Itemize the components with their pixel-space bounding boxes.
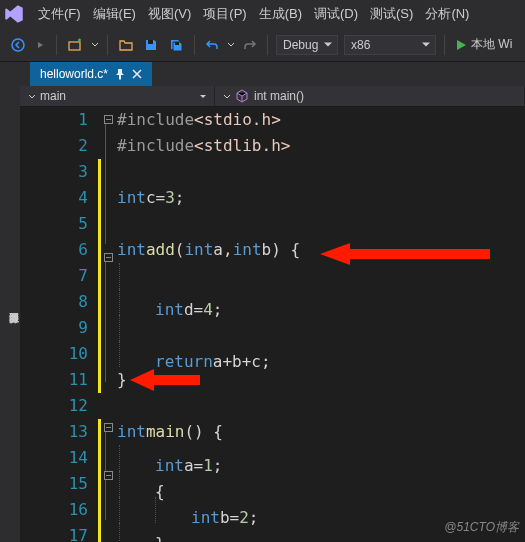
svg-rect-1 (69, 42, 80, 50)
bc-symbol[interactable]: int main() (215, 86, 525, 106)
fold-toggle[interactable] (104, 115, 113, 124)
tab-bar: helloworld.c* (20, 62, 525, 86)
platform-dropdown[interactable]: x86 (344, 35, 436, 55)
code-content[interactable]: #include <stdio.h> #include <stdlib.h> i… (115, 107, 525, 542)
menu-build[interactable]: 生成(B) (253, 1, 308, 27)
separator (56, 35, 57, 55)
breadcrumb-bar: main int main() (20, 86, 525, 107)
start-debug-button[interactable]: 本地 Wi (451, 34, 516, 55)
nav-back-button[interactable] (6, 33, 30, 57)
config-dropdown[interactable]: Debug (276, 35, 338, 55)
separator (267, 35, 268, 55)
save-all-button[interactable] (164, 33, 188, 57)
bc-scope[interactable]: main (20, 86, 215, 106)
dropdown-caret[interactable] (89, 37, 101, 53)
svg-rect-3 (175, 42, 179, 45)
save-button[interactable] (140, 34, 162, 56)
toolbar: Debug x86 本地 Wi (0, 28, 525, 62)
pin-icon[interactable] (114, 68, 126, 80)
sidebar: 服务器资源管理器 工具箱 (0, 62, 20, 542)
fold-column (101, 107, 115, 542)
watermark: @51CTO博客 (444, 519, 519, 536)
separator (107, 35, 108, 55)
new-project-button[interactable] (63, 33, 87, 57)
menu-bar: 文件(F) 编辑(E) 视图(V) 项目(P) 生成(B) 调试(D) 测试(S… (0, 0, 525, 28)
separator (194, 35, 195, 55)
line-number-gutter: 123 456 789 101112 131415 1617 (20, 107, 98, 542)
code-editor[interactable]: 123 456 789 101112 131415 1617 (20, 107, 525, 542)
undo-button[interactable] (201, 34, 223, 56)
bc-symbol-label: int main() (254, 89, 304, 103)
redo-button[interactable] (239, 34, 261, 56)
vs-logo-icon (4, 4, 24, 24)
menu-analyze[interactable]: 分析(N) (419, 1, 475, 27)
menu-edit[interactable]: 编辑(E) (87, 1, 142, 27)
menu-view[interactable]: 视图(V) (142, 1, 197, 27)
svg-rect-2 (148, 40, 153, 44)
dropdown-caret[interactable] (225, 37, 237, 53)
chevron-down-icon (200, 95, 206, 101)
tab-active[interactable]: helloworld.c* (30, 62, 152, 86)
bc-scope-label: main (40, 89, 66, 103)
separator (444, 35, 445, 55)
menu-project[interactable]: 项目(P) (197, 1, 252, 27)
menu-file[interactable]: 文件(F) (32, 1, 87, 27)
nav-fwd-button[interactable] (32, 36, 50, 54)
fold-toggle[interactable] (104, 423, 113, 432)
fold-toggle[interactable] (104, 471, 113, 480)
menu-debug[interactable]: 调试(D) (308, 1, 364, 27)
menu-test[interactable]: 测试(S) (364, 1, 419, 27)
method-icon (235, 89, 249, 103)
start-debug-label: 本地 Wi (471, 36, 512, 53)
main-area: 服务器资源管理器 工具箱 helloworld.c* main int main… (0, 62, 525, 542)
fold-toggle[interactable] (104, 253, 113, 262)
tab-filename: helloworld.c* (40, 67, 108, 81)
open-button[interactable] (114, 33, 138, 57)
close-icon[interactable] (132, 69, 142, 79)
editor-area: helloworld.c* main int main() (20, 62, 525, 542)
svg-point-0 (12, 39, 24, 51)
